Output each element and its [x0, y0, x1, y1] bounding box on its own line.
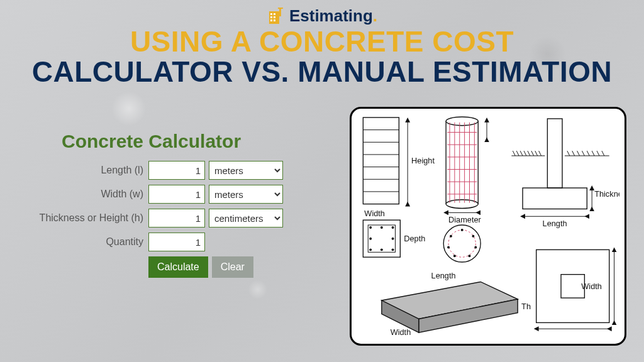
label-height: Thickness or Height (h): [19, 212, 145, 224]
headline-line-2: CALCULATOR VS. MANUAL ESTIMATION: [0, 57, 644, 87]
select-length-unit[interactable]: meters: [209, 161, 283, 180]
diagram-footing-plan: Width: [536, 250, 614, 329]
svg-text:Length: Length: [431, 271, 456, 280]
svg-point-68: [369, 248, 372, 251]
svg-text:Height: Height: [411, 156, 435, 165]
select-width-unit[interactable]: meters: [209, 185, 283, 204]
svg-line-45: [535, 151, 538, 156]
svg-text:Length: Length: [543, 219, 567, 228]
svg-line-52: [592, 151, 594, 156]
svg-text:Width: Width: [364, 209, 385, 218]
svg-text:Diameter: Diameter: [448, 215, 482, 224]
svg-line-44: [531, 151, 534, 156]
label-width: Width (w): [19, 189, 145, 200]
svg-text:Thickness: Thickness: [594, 189, 619, 199]
svg-rect-5: [270, 19, 272, 21]
svg-point-69: [380, 248, 383, 251]
svg-rect-1: [270, 13, 272, 15]
svg-line-47: [567, 151, 570, 156]
svg-point-63: [369, 226, 372, 229]
svg-line-53: [597, 151, 599, 156]
input-height[interactable]: [148, 209, 205, 228]
diagram-column-section-square: Width Depth: [363, 209, 425, 257]
svg-point-75: [461, 229, 464, 231]
svg-rect-61: [363, 220, 400, 257]
label-length: Length (l): [19, 165, 145, 176]
svg-rect-4: [274, 16, 275, 18]
svg-line-46: [539, 151, 541, 156]
svg-rect-9: [363, 118, 399, 204]
svg-point-80: [447, 246, 450, 248]
calculator-title: Concrete Calculator: [62, 131, 289, 152]
svg-line-39: [513, 151, 515, 156]
svg-line-50: [582, 151, 584, 156]
calculator-buttons: Calculate Clear: [148, 256, 289, 278]
svg-text:Width: Width: [581, 282, 602, 291]
diagram-column-elevation: Diameter: [446, 117, 487, 224]
svg-line-54: [602, 151, 604, 156]
svg-line-51: [587, 151, 589, 156]
row-height: Thickness or Height (h) centimeters: [19, 209, 289, 228]
svg-rect-2: [274, 13, 275, 15]
input-width[interactable]: [148, 185, 205, 204]
svg-rect-55: [547, 119, 562, 188]
svg-point-18: [446, 117, 478, 126]
svg-point-77: [474, 246, 477, 248]
row-length: Length (l) meters: [19, 161, 289, 180]
brand-logo: Estimating.: [267, 6, 377, 26]
svg-rect-62: [368, 225, 395, 252]
headline-line-1: USING A CONCRETE COST: [0, 26, 644, 57]
svg-point-81: [450, 235, 452, 238]
svg-line-43: [528, 151, 530, 156]
svg-line-40: [516, 151, 519, 156]
diagram-column-section-circle: [443, 225, 480, 262]
input-length[interactable]: [148, 161, 205, 180]
diagram-footing-section: Thickness Length: [511, 119, 619, 228]
svg-point-64: [380, 226, 383, 229]
svg-text:Width: Width: [391, 327, 411, 337]
svg-point-74: [448, 230, 475, 257]
svg-rect-56: [523, 188, 587, 209]
svg-point-19: [446, 200, 478, 209]
svg-point-65: [392, 226, 394, 229]
row-width: Width (w) meters: [19, 185, 289, 204]
concrete-calculator: Concrete Calculator Length (l) meters Wi…: [19, 131, 289, 278]
diagram-svg: Height Diameter: [357, 115, 619, 337]
svg-point-66: [369, 238, 372, 240]
label-quantity: Quantity: [19, 236, 145, 248]
input-quantity[interactable]: [148, 233, 205, 251]
concrete-shapes-diagram: Height Diameter: [350, 107, 626, 346]
svg-text:Th: Th: [521, 302, 531, 311]
calculate-button[interactable]: Calculate: [148, 256, 208, 278]
svg-line-48: [572, 151, 575, 156]
svg-point-78: [469, 255, 471, 257]
svg-line-41: [520, 151, 523, 156]
row-quantity: Quantity: [19, 233, 289, 251]
svg-line-49: [577, 151, 580, 156]
diagram-wall-form: Height: [363, 118, 435, 204]
svg-rect-3: [270, 16, 272, 18]
diagram-slab: Length Width Th: [382, 271, 531, 337]
svg-line-42: [524, 151, 526, 156]
svg-point-70: [392, 248, 394, 251]
select-height-unit[interactable]: centimeters: [209, 209, 283, 228]
svg-rect-8: [278, 8, 283, 9]
svg-point-67: [392, 238, 394, 240]
svg-rect-6: [274, 19, 275, 21]
svg-point-79: [453, 255, 456, 257]
svg-text:Depth: Depth: [404, 234, 425, 243]
clear-button[interactable]: Clear: [212, 256, 253, 278]
building-icon: [267, 8, 286, 25]
brand-text: Estimating.: [289, 6, 377, 26]
svg-rect-7: [279, 9, 281, 16]
svg-point-76: [472, 235, 474, 238]
page-title: USING A CONCRETE COST CALCULATOR VS. MAN…: [0, 26, 644, 87]
